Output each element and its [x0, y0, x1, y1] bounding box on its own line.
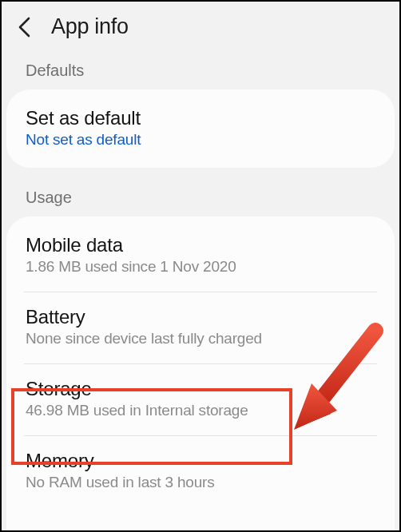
- row-title: Memory: [26, 450, 375, 472]
- section-header-defaults: Defaults: [2, 57, 399, 89]
- row-sub: Not set as default: [26, 131, 375, 149]
- row-sub: 46.98 MB used in Internal storage: [26, 402, 375, 419]
- row-title: Set as default: [26, 107, 375, 129]
- row-title: Mobile data: [26, 234, 375, 256]
- row-memory[interactable]: Memory No RAM used in last 3 hours: [6, 435, 395, 507]
- back-icon[interactable]: [16, 16, 34, 38]
- row-battery[interactable]: Battery None since device last fully cha…: [6, 292, 395, 363]
- header: App info: [2, 6, 399, 57]
- row-sub: None since device last fully charged: [26, 330, 375, 347]
- row-sub: No RAM used in last 3 hours: [26, 474, 375, 491]
- section-header-usage: Usage: [2, 184, 399, 216]
- defaults-card: Set as default Not set as default: [6, 89, 395, 168]
- row-storage[interactable]: Storage 46.98 MB used in Internal storag…: [6, 363, 395, 435]
- row-sub: 1.86 MB used since 1 Nov 2020: [26, 258, 375, 276]
- row-title: Battery: [26, 306, 375, 328]
- row-mobile-data[interactable]: Mobile data 1.86 MB used since 1 Nov 202…: [6, 220, 395, 292]
- row-title: Storage: [26, 378, 375, 400]
- row-set-as-default[interactable]: Set as default Not set as default: [6, 93, 395, 165]
- app-info-screen: App info Defaults Set as default Not set…: [2, 2, 399, 530]
- page-title: App info: [51, 14, 129, 39]
- usage-card: Mobile data 1.86 MB used since 1 Nov 202…: [6, 216, 395, 532]
